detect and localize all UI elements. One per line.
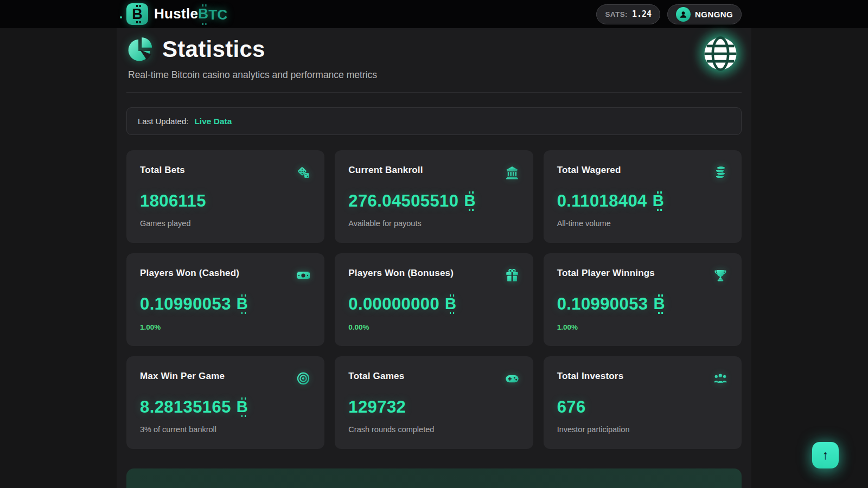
last-updated-label: Last Updated:: [138, 117, 188, 126]
stat-card-total-bets: Total Bets 1806115 Games played: [126, 150, 324, 243]
brand-logo[interactable]: B Hustle BTC: [126, 3, 228, 25]
decor-dot: [120, 16, 122, 18]
page-subtitle: Real-time Bitcoin casino analytics and p…: [128, 69, 742, 81]
btc-symbol: B: [237, 399, 248, 415]
card-subtext: Investor participation: [557, 425, 728, 434]
stat-card-players-won-bonuses: Players Won (Bonuses) 0.00000000B 0.00%: [335, 253, 533, 346]
btc-symbol: B: [445, 296, 456, 312]
stat-card-total-investors: Total Investors 676 Investor participati…: [544, 356, 742, 449]
card-percent: 0.00%: [348, 323, 519, 331]
page-header: Statistics: [126, 36, 742, 63]
bank-icon: [505, 165, 520, 180]
card-subtext: All-time volume: [557, 219, 728, 228]
coins-icon: [713, 165, 728, 180]
dice-icon: [296, 165, 311, 180]
card-title: Total Investors: [557, 371, 624, 382]
globe-illustration: [700, 34, 741, 74]
next-section-banner: [126, 468, 742, 488]
bitcoin-glyph: B: [132, 7, 143, 22]
avatar: [676, 7, 691, 22]
globe-icon: [700, 34, 741, 74]
stat-card-total-wagered: Total Wagered 0.11018404B All-time volum…: [544, 150, 742, 243]
card-percent: 1.00%: [557, 323, 728, 331]
card-subtext: Available for payouts: [348, 219, 519, 228]
card-subtext: Crash rounds completed: [348, 425, 519, 434]
sats-label: SATS:: [605, 10, 628, 18]
stats-grid: Total Bets 1806115 Games played Current …: [126, 150, 742, 449]
stat-card-players-won-cashed: Players Won (Cashed) 0.10990053B 1.00%: [126, 253, 324, 346]
money-bill-icon: [296, 268, 311, 283]
card-title: Current Bankroll: [348, 165, 423, 176]
card-title: Max Win Per Game: [140, 371, 225, 382]
bullseye-icon: [296, 371, 311, 386]
card-value: 8.28135165B: [140, 397, 311, 417]
stat-card-total-games: Total Games 129732 Crash rounds complete…: [335, 356, 533, 449]
brand-name-primary: Hustle: [154, 5, 198, 22]
divider: [126, 92, 742, 93]
card-value: 0.11018404B: [557, 191, 728, 211]
card-title: Players Won (Bonuses): [348, 268, 454, 279]
user-icon: [678, 9, 688, 20]
card-title: Players Won (Cashed): [140, 268, 239, 279]
sats-balance-badge[interactable]: SATS: 1.24: [596, 4, 660, 24]
stat-card-total-player-winnings: Total Player Winnings 0.10990053B 1.00%: [544, 253, 742, 346]
sats-value: 1.24: [632, 9, 652, 19]
card-title: Total Games: [348, 371, 404, 382]
btc-symbol: B: [653, 193, 664, 209]
scroll-to-top-button[interactable]: ↑: [812, 442, 839, 468]
username: NGNGNG: [695, 10, 733, 19]
card-value: 0.10990053B: [140, 294, 311, 314]
card-title: Total Wagered: [557, 165, 621, 176]
brand-name-accent: BTC: [198, 7, 227, 23]
main-content: Statistics Real-time Bitcoin casino anal…: [117, 28, 751, 488]
gamepad-icon: [505, 371, 520, 386]
live-data-badge: Live Data: [194, 117, 232, 126]
gift-icon: [505, 268, 520, 283]
bitcoin-logo-icon: B: [126, 3, 148, 25]
page-title: Statistics: [162, 36, 265, 62]
card-title: Total Bets: [140, 165, 185, 176]
last-updated-bar: Last Updated: Live Data: [126, 107, 742, 135]
card-value: 1806115: [140, 191, 311, 211]
btc-symbol: B: [464, 193, 475, 209]
stat-card-max-win-per-game: Max Win Per Game 8.28135165B 3% of curre…: [126, 356, 324, 449]
card-value: 676: [557, 397, 728, 417]
card-value: 0.00000000B: [348, 294, 519, 314]
stat-card-current-bankroll: Current Bankroll 276.04505510B Available…: [335, 150, 533, 243]
card-percent: 1.00%: [140, 323, 311, 331]
card-subtext: 3% of current bankroll: [140, 425, 311, 434]
card-value: 129732: [348, 397, 519, 417]
card-title: Total Player Winnings: [557, 268, 655, 279]
trophy-icon: [713, 268, 728, 283]
brand-name: Hustle BTC: [154, 5, 228, 23]
btc-symbol: B: [237, 296, 248, 312]
top-navbar: B Hustle BTC SATS: 1.24 NGNGNG: [0, 0, 868, 28]
card-value: 276.04505510B: [348, 191, 519, 211]
pie-chart-icon: [126, 36, 154, 63]
card-value: 0.10990053B: [557, 294, 728, 314]
arrow-up-icon: ↑: [822, 448, 829, 463]
user-menu-button[interactable]: NGNGNG: [667, 4, 742, 24]
btc-symbol: B: [653, 296, 665, 312]
card-subtext: Games played: [140, 219, 311, 228]
users-icon: [713, 371, 728, 386]
